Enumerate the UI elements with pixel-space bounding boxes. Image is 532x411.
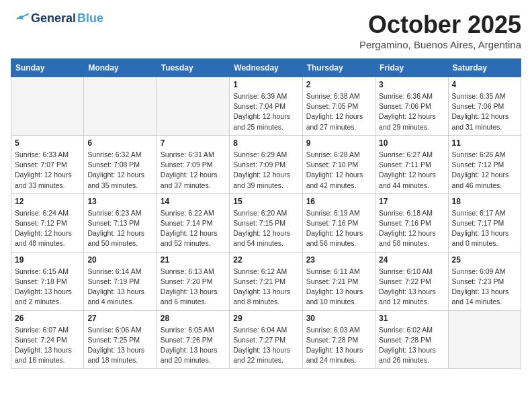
day-detail: Sunrise: 6:28 AM Sunset: 7:10 PM Dayligh… <box>306 150 371 191</box>
logo-general-text: General <box>31 11 76 26</box>
day-number: 23 <box>306 255 371 265</box>
calendar-cell: 22Sunrise: 6:12 AM Sunset: 7:21 PM Dayli… <box>230 252 302 310</box>
calendar-cell: 28Sunrise: 6:05 AM Sunset: 7:26 PM Dayli… <box>157 310 229 369</box>
day-number: 10 <box>379 138 444 148</box>
day-number: 2 <box>306 80 371 89</box>
weekday-header-monday: Monday <box>84 59 157 77</box>
day-detail: Sunrise: 6:07 AM Sunset: 7:24 PM Dayligh… <box>15 325 80 366</box>
day-number: 5 <box>15 138 80 148</box>
calendar-cell: 20Sunrise: 6:14 AM Sunset: 7:19 PM Dayli… <box>84 252 157 310</box>
day-number: 11 <box>452 138 517 148</box>
weekday-header-tuesday: Tuesday <box>157 59 229 77</box>
calendar-cell: 3Sunrise: 6:36 AM Sunset: 7:06 PM Daylig… <box>375 77 448 136</box>
weekday-header-friday: Friday <box>375 59 448 77</box>
calendar-cell: 23Sunrise: 6:11 AM Sunset: 7:21 PM Dayli… <box>302 252 375 310</box>
calendar-cell: 15Sunrise: 6:20 AM Sunset: 7:15 PM Dayli… <box>230 193 302 252</box>
day-number: 9 <box>306 138 371 148</box>
day-number: 19 <box>15 255 80 265</box>
calendar-table: SundayMondayTuesdayWednesdayThursdayFrid… <box>11 58 521 369</box>
day-number: 26 <box>15 314 80 323</box>
day-number: 31 <box>379 314 444 323</box>
day-number: 8 <box>233 138 298 148</box>
calendar-cell: 18Sunrise: 6:17 AM Sunset: 7:17 PM Dayli… <box>448 193 521 252</box>
day-detail: Sunrise: 6:14 AM Sunset: 7:19 PM Dayligh… <box>87 267 152 308</box>
day-detail: Sunrise: 6:38 AM Sunset: 7:05 PM Dayligh… <box>306 91 371 132</box>
calendar-week-row: 5Sunrise: 6:33 AM Sunset: 7:07 PM Daylig… <box>11 135 521 193</box>
calendar-cell: 1Sunrise: 6:39 AM Sunset: 7:04 PM Daylig… <box>230 77 302 136</box>
calendar-cell: 8Sunrise: 6:29 AM Sunset: 7:09 PM Daylig… <box>230 135 302 193</box>
calendar-cell <box>157 77 229 136</box>
day-number: 27 <box>87 314 152 323</box>
calendar-cell: 19Sunrise: 6:15 AM Sunset: 7:18 PM Dayli… <box>11 252 84 310</box>
day-detail: Sunrise: 6:39 AM Sunset: 7:04 PM Dayligh… <box>233 91 298 132</box>
day-number: 16 <box>306 197 371 206</box>
day-detail: Sunrise: 6:11 AM Sunset: 7:21 PM Dayligh… <box>306 267 371 308</box>
day-number: 12 <box>15 197 80 206</box>
calendar-cell: 25Sunrise: 6:09 AM Sunset: 7:23 PM Dayli… <box>448 252 521 310</box>
day-detail: Sunrise: 6:03 AM Sunset: 7:28 PM Dayligh… <box>306 325 371 366</box>
calendar-cell: 2Sunrise: 6:38 AM Sunset: 7:05 PM Daylig… <box>302 77 375 136</box>
calendar-cell: 7Sunrise: 6:31 AM Sunset: 7:09 PM Daylig… <box>157 135 229 193</box>
day-detail: Sunrise: 6:12 AM Sunset: 7:21 PM Dayligh… <box>233 267 298 308</box>
calendar-cell: 4Sunrise: 6:35 AM Sunset: 7:06 PM Daylig… <box>448 77 521 136</box>
calendar-cell: 31Sunrise: 6:02 AM Sunset: 7:28 PM Dayli… <box>375 310 448 369</box>
day-detail: Sunrise: 6:02 AM Sunset: 7:28 PM Dayligh… <box>379 325 444 366</box>
location-text: Pergamino, Buenos Aires, Argentina <box>359 39 521 50</box>
calendar-cell: 27Sunrise: 6:06 AM Sunset: 7:25 PM Dayli… <box>84 310 157 369</box>
calendar-cell: 21Sunrise: 6:13 AM Sunset: 7:20 PM Dayli… <box>157 252 229 310</box>
calendar-cell <box>11 77 84 136</box>
calendar-week-row: 12Sunrise: 6:24 AM Sunset: 7:12 PM Dayli… <box>11 193 521 252</box>
day-detail: Sunrise: 6:05 AM Sunset: 7:26 PM Dayligh… <box>161 325 226 366</box>
calendar-cell: 30Sunrise: 6:03 AM Sunset: 7:28 PM Dayli… <box>302 310 375 369</box>
weekday-header-sunday: Sunday <box>11 59 84 77</box>
day-number: 17 <box>379 197 444 206</box>
day-number: 22 <box>233 255 298 265</box>
day-number: 28 <box>161 314 226 323</box>
day-detail: Sunrise: 6:35 AM Sunset: 7:06 PM Dayligh… <box>452 91 517 132</box>
day-number: 13 <box>87 197 152 206</box>
calendar-cell: 17Sunrise: 6:18 AM Sunset: 7:16 PM Dayli… <box>375 193 448 252</box>
calendar-cell: 13Sunrise: 6:23 AM Sunset: 7:13 PM Dayli… <box>84 193 157 252</box>
calendar-cell: 29Sunrise: 6:04 AM Sunset: 7:27 PM Dayli… <box>230 310 302 369</box>
day-detail: Sunrise: 6:27 AM Sunset: 7:11 PM Dayligh… <box>379 150 444 191</box>
calendar-cell: 26Sunrise: 6:07 AM Sunset: 7:24 PM Dayli… <box>11 310 84 369</box>
calendar-cell: 10Sunrise: 6:27 AM Sunset: 7:11 PM Dayli… <box>375 135 448 193</box>
calendar-week-row: 1Sunrise: 6:39 AM Sunset: 7:04 PM Daylig… <box>11 77 521 136</box>
calendar-cell <box>84 77 157 136</box>
day-detail: Sunrise: 6:23 AM Sunset: 7:13 PM Dayligh… <box>87 208 152 249</box>
day-detail: Sunrise: 6:26 AM Sunset: 7:12 PM Dayligh… <box>452 150 517 191</box>
calendar-cell: 9Sunrise: 6:28 AM Sunset: 7:10 PM Daylig… <box>302 135 375 193</box>
calendar-cell: 12Sunrise: 6:24 AM Sunset: 7:12 PM Dayli… <box>11 193 84 252</box>
logo-blue-text: Blue <box>77 11 103 26</box>
day-detail: Sunrise: 6:29 AM Sunset: 7:09 PM Dayligh… <box>233 150 298 191</box>
weekday-header-wednesday: Wednesday <box>230 59 302 77</box>
month-title: October 2025 <box>359 11 521 39</box>
day-detail: Sunrise: 6:31 AM Sunset: 7:09 PM Dayligh… <box>161 150 226 191</box>
day-detail: Sunrise: 6:15 AM Sunset: 7:18 PM Dayligh… <box>15 267 80 308</box>
day-number: 24 <box>379 255 444 265</box>
day-number: 30 <box>306 314 371 323</box>
day-number: 7 <box>161 138 226 148</box>
logo-bird-icon <box>11 11 30 26</box>
day-detail: Sunrise: 6:22 AM Sunset: 7:14 PM Dayligh… <box>161 208 226 249</box>
day-number: 29 <box>233 314 298 323</box>
day-number: 20 <box>87 255 152 265</box>
day-number: 25 <box>452 255 517 265</box>
calendar-cell: 14Sunrise: 6:22 AM Sunset: 7:14 PM Dayli… <box>157 193 229 252</box>
day-detail: Sunrise: 6:13 AM Sunset: 7:20 PM Dayligh… <box>161 267 226 308</box>
title-section: October 2025 Pergamino, Buenos Aires, Ar… <box>359 11 521 50</box>
calendar-cell: 11Sunrise: 6:26 AM Sunset: 7:12 PM Dayli… <box>448 135 521 193</box>
calendar-cell: 24Sunrise: 6:10 AM Sunset: 7:22 PM Dayli… <box>375 252 448 310</box>
day-detail: Sunrise: 6:18 AM Sunset: 7:16 PM Dayligh… <box>379 208 444 249</box>
day-detail: Sunrise: 6:17 AM Sunset: 7:17 PM Dayligh… <box>452 208 517 249</box>
day-number: 1 <box>233 80 298 89</box>
weekday-header-saturday: Saturday <box>448 59 521 77</box>
day-number: 15 <box>233 197 298 206</box>
day-number: 18 <box>452 197 517 206</box>
calendar-cell <box>448 310 521 369</box>
day-detail: Sunrise: 6:04 AM Sunset: 7:27 PM Dayligh… <box>233 325 298 366</box>
calendar-week-row: 26Sunrise: 6:07 AM Sunset: 7:24 PM Dayli… <box>11 310 521 369</box>
day-detail: Sunrise: 6:19 AM Sunset: 7:16 PM Dayligh… <box>306 208 371 249</box>
day-detail: Sunrise: 6:10 AM Sunset: 7:22 PM Dayligh… <box>379 267 444 308</box>
day-number: 21 <box>161 255 226 265</box>
